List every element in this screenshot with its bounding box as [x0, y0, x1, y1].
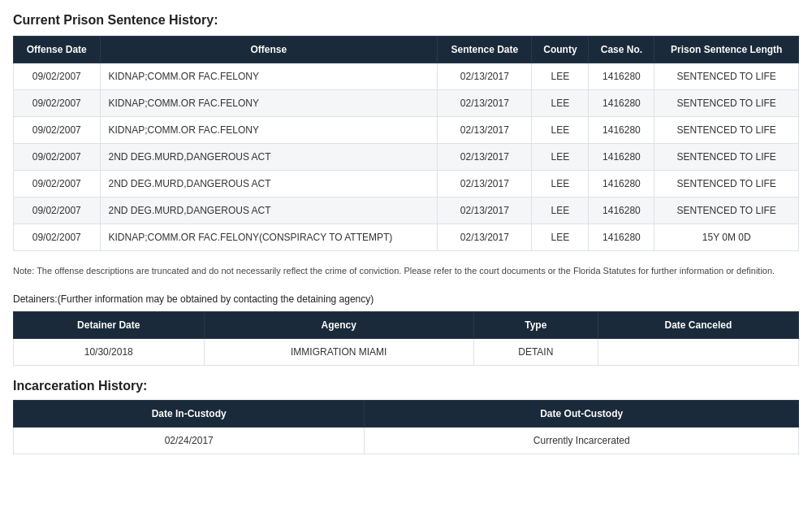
table-row: 09/02/2007 KIDNAP;COMM.OR FAC.FELONY 02/…: [14, 63, 799, 90]
cell-offense: KIDNAP;COMM.OR FAC.FELONY: [100, 90, 438, 117]
cell-offense-date: 09/02/2007: [14, 198, 101, 224]
prison-history-section: Current Prison Sentence History: Offense…: [13, 13, 799, 251]
cell-offense: KIDNAP;COMM.OR FAC.FELONY(CONSPIRACY TO …: [100, 224, 438, 251]
cell-date-out-custody: Currently Incarcerated: [365, 427, 799, 454]
incarceration-header-row: Date In-Custody Date Out-Custody: [14, 400, 799, 427]
cell-sentence-length: SENTENCED TO LIFE: [654, 90, 799, 117]
col-offense: Offense: [100, 37, 438, 63]
cell-date-canceled: [598, 338, 798, 365]
incarceration-table: Date In-Custody Date Out-Custody 02/24/2…: [13, 400, 799, 454]
col-date-out-custody: Date Out-Custody: [365, 400, 799, 427]
table-row: 09/02/2007 KIDNAP;COMM.OR FAC.FELONY 02/…: [14, 90, 799, 117]
cell-county: LEE: [532, 117, 589, 144]
cell-type: DETAIN: [473, 338, 598, 365]
table-row: 09/02/2007 2ND DEG.MURD,DANGEROUS ACT 02…: [14, 144, 799, 171]
cell-sentence-date: 02/13/2017: [438, 144, 532, 171]
cell-offense-date: 09/02/2007: [14, 63, 101, 90]
cell-detainer-date: 10/30/2018: [14, 338, 205, 365]
table-row: 09/02/2007 2ND DEG.MURD,DANGEROUS ACT 02…: [14, 171, 799, 198]
detainer-heading: Detainers:(Further information may be ob…: [13, 291, 799, 305]
cell-case-no: 1416280: [589, 117, 654, 144]
cell-sentence-date: 02/13/2017: [438, 63, 532, 90]
table-row: 09/02/2007 2ND DEG.MURD,DANGEROUS ACT 02…: [14, 198, 799, 224]
detainers-section: Detainers:(Further information may be ob…: [13, 291, 799, 366]
cell-county: LEE: [532, 198, 589, 224]
cell-offense: 2ND DEG.MURD,DANGEROUS ACT: [100, 144, 438, 171]
cell-case-no: 1416280: [589, 63, 654, 90]
cell-sentence-length: SENTENCED TO LIFE: [654, 144, 799, 171]
cell-sentence-length: SENTENCED TO LIFE: [654, 63, 799, 90]
incarceration-section: Incarceration History: Date In-Custody D…: [13, 379, 799, 454]
note-section: Note: The offense descriptions are trunc…: [13, 264, 799, 278]
cell-offense: KIDNAP;COMM.OR FAC.FELONY: [100, 117, 438, 144]
cell-sentence-date: 02/13/2017: [438, 224, 532, 251]
col-detainer-date: Detainer Date: [14, 311, 205, 338]
cell-offense-date: 09/02/2007: [14, 144, 101, 171]
detainer-title: Detainers:: [13, 293, 58, 305]
cell-county: LEE: [532, 224, 589, 251]
col-date-in-custody: Date In-Custody: [14, 400, 365, 427]
cell-county: LEE: [532, 144, 589, 171]
col-date-canceled: Date Canceled: [598, 311, 798, 338]
cell-sentence-date: 02/13/2017: [438, 171, 532, 198]
detainers-table: Detainer Date Agency Type Date Canceled …: [13, 311, 799, 366]
col-agency: Agency: [204, 311, 473, 338]
cell-offense: KIDNAP;COMM.OR FAC.FELONY: [100, 63, 438, 90]
cell-offense-date: 09/02/2007: [14, 90, 101, 117]
cell-offense-date: 09/02/2007: [14, 171, 101, 198]
cell-sentence-date: 02/13/2017: [438, 117, 532, 144]
cell-sentence-length: SENTENCED TO LIFE: [654, 117, 799, 144]
prison-history-title: Current Prison Sentence History:: [13, 13, 799, 28]
table-row: 09/02/2007 KIDNAP;COMM.OR FAC.FELONY 02/…: [14, 117, 799, 144]
cell-sentence-length: SENTENCED TO LIFE: [654, 171, 799, 198]
col-type: Type: [473, 311, 598, 338]
cell-sentence-length: SENTENCED TO LIFE: [654, 198, 799, 224]
table-row: 09/02/2007 KIDNAP;COMM.OR FAC.FELONY(CON…: [14, 224, 799, 251]
col-offense-date: Offense Date: [14, 37, 101, 63]
detainers-header-row: Detainer Date Agency Type Date Canceled: [14, 311, 799, 338]
prison-history-table: Offense Date Offense Sentence Date Count…: [13, 36, 799, 251]
cell-county: LEE: [532, 171, 589, 198]
incarceration-title: Incarceration History:: [13, 379, 799, 393]
col-sentence-date: Sentence Date: [438, 37, 532, 63]
cell-agency: IMMIGRATION MIAMI: [204, 338, 473, 365]
detainer-subtitle: (Further information may be obtained by …: [58, 293, 374, 305]
table-row: 10/30/2018 IMMIGRATION MIAMI DETAIN: [14, 338, 799, 365]
col-county: County: [532, 37, 589, 63]
cell-offense-date: 09/02/2007: [14, 224, 101, 251]
cell-sentence-date: 02/13/2017: [438, 198, 532, 224]
cell-offense-date: 09/02/2007: [14, 117, 101, 144]
cell-case-no: 1416280: [589, 144, 654, 171]
cell-sentence-length: 15Y 0M 0D: [654, 224, 799, 251]
cell-case-no: 1416280: [589, 198, 654, 224]
cell-date-in-custody: 02/24/2017: [14, 427, 365, 454]
cell-offense: 2ND DEG.MURD,DANGEROUS ACT: [100, 171, 438, 198]
note-text: Note: The offense descriptions are trunc…: [13, 264, 799, 278]
cell-county: LEE: [532, 90, 589, 117]
cell-case-no: 1416280: [589, 90, 654, 117]
cell-sentence-date: 02/13/2017: [438, 90, 532, 117]
cell-county: LEE: [532, 63, 589, 90]
cell-case-no: 1416280: [589, 224, 654, 251]
prison-history-header-row: Offense Date Offense Sentence Date Count…: [14, 37, 799, 63]
table-row: 02/24/2017 Currently Incarcerated: [14, 427, 799, 454]
col-prison-sentence-length: Prison Sentence Length: [654, 37, 799, 63]
cell-case-no: 1416280: [589, 171, 654, 198]
col-case-no: Case No.: [589, 37, 654, 63]
cell-offense: 2ND DEG.MURD,DANGEROUS ACT: [100, 198, 438, 224]
